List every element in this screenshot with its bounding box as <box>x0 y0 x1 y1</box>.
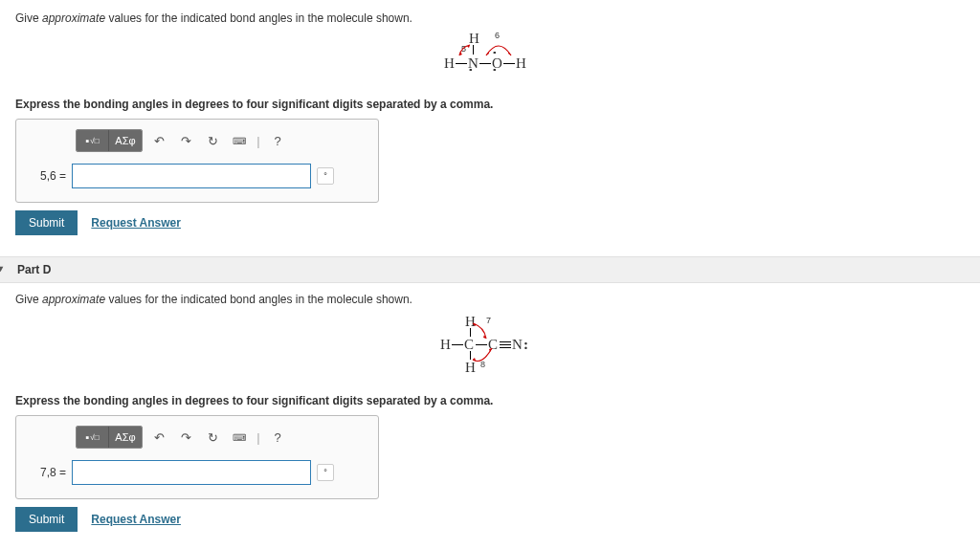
sqrt-icon: √□ <box>90 137 99 145</box>
express-c: Express the bonding angles in degrees to… <box>15 98 965 111</box>
keyboard-button-d[interactable]: ⌨ <box>229 427 250 448</box>
molecule-d: H 7 H C C N : 8 H <box>423 316 557 377</box>
submit-row-c: Submit Request Answer <box>15 210 965 235</box>
var-label-d: 7,8 = <box>28 466 66 479</box>
instr-d-em: approximate <box>42 293 105 306</box>
instruction-part-c: Give approximate values for the indicate… <box>15 11 965 25</box>
answer-input-d[interactable] <box>72 460 311 485</box>
toolbar-separator-d: | <box>256 427 261 448</box>
lonepair-o-bot: •• <box>493 66 495 75</box>
answer-box-d: ▪√□ ΑΣφ ↶ ↷ ↻ ⌨ | ? 7,8 = ° <box>15 415 379 499</box>
instr-c-pre: Give <box>15 11 42 25</box>
d-bond-cn-2 <box>500 344 511 345</box>
redo-button[interactable]: ↷ <box>175 130 196 151</box>
part-d-title: Part D <box>17 263 51 276</box>
undo-button-d[interactable]: ↶ <box>148 427 169 448</box>
unit-degree-c: ° <box>317 167 334 185</box>
submit-button-d[interactable]: Submit <box>15 507 78 532</box>
d-atom-h-bot: H <box>465 360 476 376</box>
d-bond-cn-3 <box>500 347 511 348</box>
instr-d-pre: Give <box>15 293 42 306</box>
d-bond-hc <box>452 344 463 345</box>
reset-button-d[interactable]: ↻ <box>202 427 223 448</box>
d-bond-cc <box>476 344 487 345</box>
molecule-d-area: H 7 H C C N : 8 H <box>15 316 965 377</box>
tool-group-d: ▪√□ ΑΣφ <box>76 426 143 449</box>
caret-icon: ▾ <box>0 263 3 274</box>
express-d: Express the bonding angles in degrees to… <box>15 394 965 407</box>
angle-label-8: 8 <box>480 360 485 369</box>
redo-button-d[interactable]: ↷ <box>175 427 196 448</box>
part-d-header[interactable]: ▾ Part D <box>0 256 980 283</box>
sqrt-icon-d: √□ <box>90 433 99 442</box>
molecule-c-area: H 5 6 H N •• O •• •• H <box>15 34 965 80</box>
templates-icon-d: ▪ <box>85 431 89 443</box>
help-button[interactable]: ? <box>267 130 288 151</box>
bond-no <box>479 63 491 64</box>
templates-button-d[interactable]: ▪√□ <box>77 427 109 448</box>
d-lonepair-n: : <box>523 337 528 353</box>
bond-hn <box>456 63 467 64</box>
bond-oh <box>503 63 515 64</box>
submit-button-c[interactable]: Submit <box>15 210 78 235</box>
atom-h-left: H <box>444 55 455 72</box>
answer-input-c[interactable] <box>72 164 311 188</box>
answer-box-c: ▪√□ ΑΣφ ↶ ↷ ↻ ⌨ | ? 5,6 = ° <box>15 119 379 203</box>
reset-button[interactable]: ↻ <box>202 130 223 151</box>
instr-c-suf: values for the indicated bond angles in … <box>105 11 412 25</box>
templates-icon: ▪ <box>85 135 89 146</box>
d-bond-cn-1 <box>500 341 511 342</box>
request-answer-link-d[interactable]: Request Answer <box>91 513 181 526</box>
input-row-c: 5,6 = ° <box>28 164 367 188</box>
var-label-c: 5,6 = <box>28 169 66 183</box>
keyboard-button[interactable]: ⌨ <box>229 130 250 151</box>
toolbar-c: ▪√□ ΑΣφ ↶ ↷ ↻ ⌨ | ? <box>76 129 367 152</box>
instruction-part-d: Give approximate values for the indicate… <box>15 293 965 306</box>
submit-row-d: Submit Request Answer <box>15 507 965 532</box>
instr-d-suf: values for the indicated bond angles in … <box>105 293 412 306</box>
instr-c-em: approximate <box>42 11 105 25</box>
molecule-c: H 5 6 H N •• O •• •• H <box>423 34 557 80</box>
input-row-d: 7,8 = ° <box>28 460 367 485</box>
tool-group-c: ▪√□ ΑΣφ <box>76 129 143 152</box>
greek-button[interactable]: ΑΣφ <box>109 130 142 151</box>
toolbar-d: ▪√□ ΑΣφ ↶ ↷ ↻ ⌨ | ? <box>76 426 367 449</box>
help-button-d[interactable]: ? <box>267 427 288 448</box>
lonepair-o-top: •• <box>493 49 495 57</box>
d-atom-n: N <box>512 337 523 353</box>
greek-button-d[interactable]: ΑΣφ <box>109 427 142 448</box>
templates-button[interactable]: ▪√□ <box>77 130 109 151</box>
toolbar-separator: | <box>256 130 261 151</box>
lonepair-n: •• <box>469 66 471 75</box>
request-answer-link-c[interactable]: Request Answer <box>91 216 181 230</box>
d-bond-ch-bot <box>470 351 471 360</box>
d-atom-h-left: H <box>440 337 451 353</box>
undo-button[interactable]: ↶ <box>148 130 169 151</box>
unit-degree-d: ° <box>317 464 334 481</box>
atom-h-right: H <box>516 55 526 72</box>
